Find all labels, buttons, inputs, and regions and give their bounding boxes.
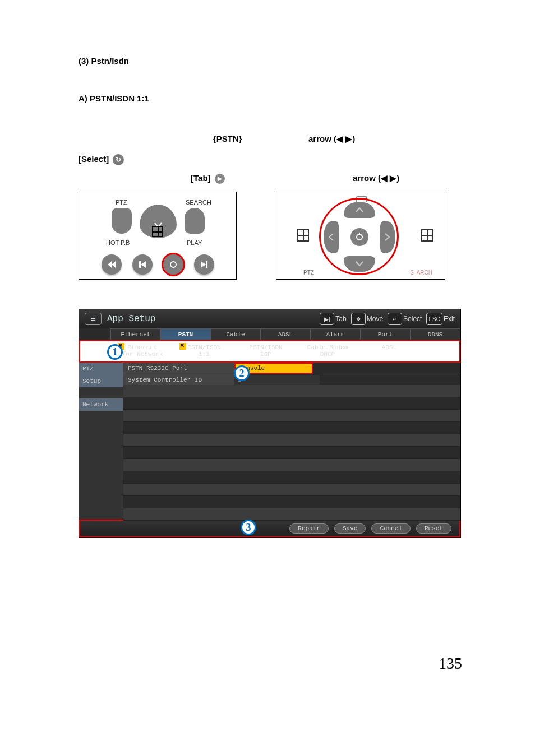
grid-icon-right2 [421,229,433,242]
checkbox-icon[interactable] [302,342,310,350]
pstn-token: {PSTN} [213,134,242,143]
tab-adsl[interactable]: ADSL [260,328,311,340]
ptz-softkey[interactable] [112,208,132,234]
empty-row [123,410,460,422]
tab-pstn[interactable]: PSTN [160,328,211,340]
field-label-rs232c: PSTN RS232C Port [123,363,234,374]
opt-label: 1:1 [173,351,235,358]
empty-row [123,459,460,471]
instruction-row-1: {PSTN} arrow (◀ ▶) [213,134,456,144]
sidebar: PTZ Setup Network [79,363,123,520]
dpad-center[interactable] [350,228,368,246]
callout-1: 1 [107,344,123,360]
search-label: SEARCH [186,199,211,206]
checkbox-icon[interactable] [179,342,187,350]
main-area: PSTN RS232C Port Console System Controll… [123,363,460,520]
empty-row [123,422,460,434]
ptz-label: PTZ [116,199,127,206]
svg-marker-0 [112,261,116,268]
checkbox-icon[interactable] [241,342,248,350]
esc-hint-icon: ESC [426,313,442,325]
save-button[interactable]: Save [334,523,366,534]
opt-cable-dhcp[interactable]: Cable ModemDHCP [297,341,358,361]
grid-icon-right [297,229,309,242]
select-token: [Select] [79,154,109,164]
empty-row [123,471,460,484]
tabs-row: Ethernet PSTN Cable ADSL Alarm Port DDNS [79,328,460,340]
arrow-token-1: arrow (◀ ▶) [308,134,355,143]
footer-buttons: Repair Save Cancel Reset [79,520,460,537]
field-label-controllerid: System Controller ID [123,374,234,386]
instruction-row-2: [Select] ↻ [79,154,456,165]
repair-button[interactable]: Repair [289,523,329,534]
empty-row [123,397,460,410]
select-hint: Select [403,315,422,323]
tab-ethernet[interactable]: Ethernet [110,328,161,340]
svg-rect-2 [139,261,141,268]
dpad-right[interactable] [380,221,395,253]
opt-pstn-11[interactable]: PSTN/ISDN1:1 [173,341,235,361]
svg-marker-1 [108,261,112,268]
hotpb-label: HOT P.B [106,239,130,246]
prev-button[interactable] [132,254,153,275]
empty-row [123,508,460,521]
tab-token: [Tab] [191,173,211,183]
remote-right-image: PTZ S ARCH [276,192,445,280]
tab-hint-icon: ▶| [320,313,334,325]
svg-marker-3 [141,261,146,268]
tab-hint: Tab [335,315,346,323]
tab-ddns[interactable]: DDNS [410,328,460,340]
exit-hint: Exit [444,315,455,323]
section-heading: (3) Pstn/Isdn [79,56,456,66]
app-setup-screenshot: ☰ App Setup ▶|Tab ✥Move ↵Select ESCExit … [79,309,461,538]
dpad-up[interactable] [344,202,375,218]
opt-adsl[interactable]: ADSL [358,341,420,361]
tab-alarm[interactable]: Alarm [310,328,361,340]
reset-button[interactable]: Reset [416,523,451,534]
sidebar-item-ptz[interactable]: PTZ [79,363,123,375]
rewind-button[interactable] [102,254,122,275]
opt-pstn-isp[interactable]: PSTN/ISDNISP [235,341,297,361]
remote-left-image: PTZ SEARCH HOT P.B PLAY [79,192,237,280]
next-button[interactable] [194,254,214,275]
select-hint-icon: ↵ [388,313,402,325]
instruction-row-3: [Tab] ▶ arrow (◀ ▶) [191,173,456,184]
move-hint-icon: ✥ [351,313,366,325]
connection-options-row: Ethernetfor Network PSTN/ISDN1:1 PSTN/IS… [79,340,460,363]
grid-icon [152,226,163,237]
arrow-token-2: arrow (◀ ▶) [353,173,399,183]
empty-row [123,484,460,496]
callout-3: 3 [241,520,256,535]
callout-2: 2 [234,365,250,381]
record-button[interactable] [163,254,183,275]
search-label-right: S ARCH [410,270,432,276]
svg-marker-5 [201,261,206,268]
dpad-left[interactable] [324,221,339,253]
select-icon: ↻ [113,154,124,165]
move-hint: Move [367,315,383,323]
sidebar-item-setup[interactable]: Setup [79,375,123,387]
play-label: PLAY [187,239,202,246]
subsection-heading: A) PSTN/ISDN 1:1 [79,94,456,103]
cancel-button[interactable]: Cancel [371,523,411,534]
empty-row [123,434,460,447]
app-icon: ☰ [85,313,102,325]
empty-row [123,447,460,459]
checkbox-icon[interactable] [364,342,372,350]
empty-row [123,496,460,508]
svg-point-4 [170,262,176,267]
window-title: App Setup [107,314,155,324]
ptz-label-right: PTZ [303,270,314,276]
tab-cable[interactable]: Cable [210,328,261,340]
sidebar-item-network[interactable]: Network [79,398,123,411]
opt-label: DHCP [297,351,358,358]
opt-label: ISP [235,351,297,358]
tab-icon: ▶ [215,174,225,184]
empty-row [123,385,460,397]
search-softkey[interactable] [185,208,205,234]
page-number: 135 [439,655,462,672]
svg-rect-6 [206,261,207,268]
tab-port[interactable]: Port [360,328,411,340]
